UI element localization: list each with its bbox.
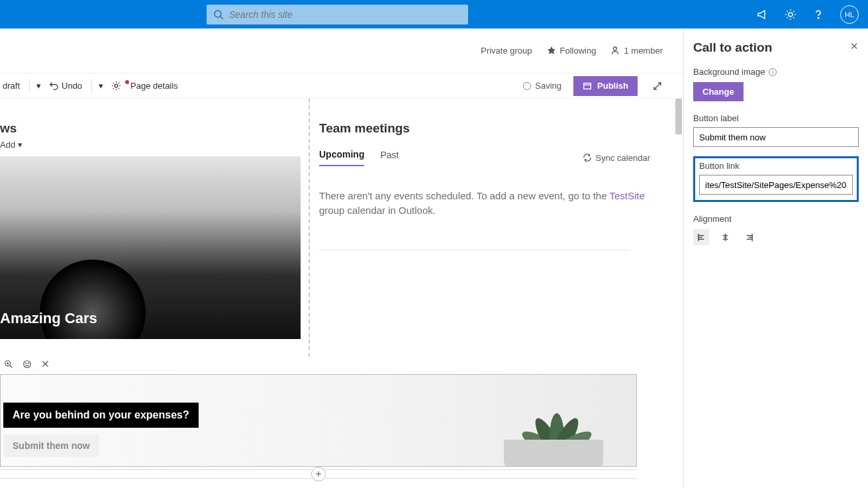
separator <box>91 79 92 93</box>
avatar[interactable]: HL <box>840 5 859 24</box>
sync-label: Sync calendar <box>596 153 650 163</box>
events-webpart[interactable]: Team meetings Upcoming Past Sync calenda… <box>310 99 669 357</box>
zoom-in-icon[interactable] <box>4 360 13 369</box>
canvas-inner: ws Add ▾ Amazing Cars Team meetings Upco… <box>0 99 669 488</box>
expand-icon[interactable] <box>652 81 663 91</box>
tab-past[interactable]: Past <box>380 150 399 166</box>
radio-unchecked-icon <box>523 82 531 90</box>
draft-dropdown[interactable]: draft <box>0 81 23 91</box>
undo-icon <box>49 81 59 91</box>
emoji-icon[interactable] <box>23 360 32 369</box>
svg-point-14 <box>26 363 26 364</box>
cta-webpart[interactable]: Are you behind on your expenses? Submit … <box>0 374 637 467</box>
undo-button[interactable]: Undo <box>46 81 85 91</box>
chevron-down-icon: ▾ <box>18 140 23 150</box>
button-label-input[interactable] <box>693 127 859 147</box>
follow-toggle[interactable]: Following <box>547 46 597 56</box>
search-input[interactable] <box>229 9 461 20</box>
help-icon[interactable] <box>812 9 824 21</box>
car-image-placeholder <box>40 260 146 339</box>
editing-canvas: ws Add ▾ Amazing Cars Team meetings Upco… <box>0 98 683 488</box>
plus-icon[interactable]: + <box>311 467 326 481</box>
testsite-link[interactable]: TestSite <box>609 190 644 201</box>
background-image-label: Background image i <box>693 67 859 77</box>
vertical-scrollbar[interactable]: ▴ <box>673 99 683 488</box>
news-heading: ws <box>0 121 309 136</box>
svg-marker-4 <box>548 46 555 54</box>
property-pane-title: Call to action <box>693 40 859 55</box>
page-details-label: Page details <box>130 81 178 91</box>
news-webpart[interactable]: ws Add ▾ Amazing Cars <box>0 99 309 357</box>
svg-line-1 <box>220 17 223 19</box>
members-label: 1 member <box>624 46 663 56</box>
events-tabs: Upcoming Past Sync calendar <box>319 149 650 166</box>
svg-point-5 <box>614 47 617 50</box>
property-pane: Call to action ✕ Background image i Chan… <box>683 28 868 488</box>
publish-icon <box>583 81 592 91</box>
change-image-button[interactable]: Change <box>693 82 744 101</box>
avatar-initials: HL <box>845 11 854 19</box>
two-column-section: ws Add ▾ Amazing Cars Team meetings Upco… <box>0 99 669 357</box>
group-type: Private group <box>481 46 532 56</box>
group-type-label: Private group <box>481 46 532 56</box>
button-link-group: Button link <box>693 156 859 202</box>
scroll-thumb[interactable] <box>675 99 682 134</box>
saving-status: Saving <box>523 81 561 91</box>
megaphone-icon[interactable] <box>757 9 769 21</box>
align-right-button[interactable] <box>741 229 757 245</box>
svg-point-15 <box>28 363 28 364</box>
svg-point-0 <box>215 11 221 17</box>
align-left-button[interactable] <box>693 229 709 245</box>
saving-label: Saving <box>535 81 561 91</box>
button-label-label: Button label <box>693 113 859 123</box>
empty-suffix: group calendar in Outlook. <box>319 205 436 216</box>
cta-button[interactable]: Submit them now <box>3 434 99 457</box>
page-details-button[interactable]: Page details <box>109 81 181 91</box>
news-card-title: Amazing Cars <box>0 310 97 327</box>
news-add-button[interactable]: Add ▾ <box>0 140 309 150</box>
news-add-label: Add <box>0 140 15 150</box>
align-center-button[interactable] <box>717 229 733 245</box>
add-section-bar[interactable]: + <box>0 469 637 479</box>
svg-point-6 <box>115 84 118 87</box>
empty-prefix: There aren't any events scheduled. To ad… <box>319 190 609 201</box>
undo-label: Undo <box>62 81 82 91</box>
close-icon[interactable] <box>41 360 50 369</box>
svg-point-3 <box>818 17 819 19</box>
webpart-toolbar <box>0 357 54 371</box>
members[interactable]: 1 member <box>610 46 663 56</box>
cta-headline[interactable]: Are you behind on your expenses? <box>3 403 199 428</box>
person-icon <box>610 46 620 55</box>
notification-dot <box>125 80 129 84</box>
draft-label: draft <box>3 81 20 91</box>
svg-rect-7 <box>584 83 591 89</box>
gear-small-icon <box>111 81 121 91</box>
button-link-label: Button link <box>699 161 853 171</box>
chevron-down-icon[interactable]: ▾ <box>36 81 41 91</box>
tab-upcoming[interactable]: Upcoming <box>319 149 364 166</box>
alignment-label: Alignment <box>693 214 859 224</box>
close-icon[interactable]: ✕ <box>850 40 859 52</box>
search-box[interactable] <box>207 5 468 24</box>
star-icon <box>547 46 556 55</box>
suite-actions: HL <box>757 5 859 24</box>
svg-point-2 <box>789 13 793 17</box>
alignment-options <box>693 229 859 245</box>
news-card[interactable]: Amazing Cars <box>0 156 301 339</box>
events-empty-state: There aren't any events scheduled. To ad… <box>319 189 650 218</box>
gear-icon[interactable] <box>785 9 796 21</box>
publish-label: Publish <box>597 81 628 91</box>
refresh-icon <box>583 153 592 162</box>
svg-line-10 <box>10 366 13 368</box>
search-icon <box>213 9 224 20</box>
button-link-input[interactable] <box>699 175 853 195</box>
chevron-down-icon[interactable]: ▾ <box>99 81 103 91</box>
sync-calendar-button[interactable]: Sync calendar <box>583 153 650 163</box>
suite-bar: HL <box>0 0 868 28</box>
info-icon[interactable]: i <box>769 68 777 76</box>
publish-button[interactable]: Publish <box>573 76 638 96</box>
separator <box>29 79 30 93</box>
events-heading: Team meetings <box>319 121 650 136</box>
bg-label-text: Background image <box>693 67 765 77</box>
follow-label: Following <box>560 46 597 56</box>
